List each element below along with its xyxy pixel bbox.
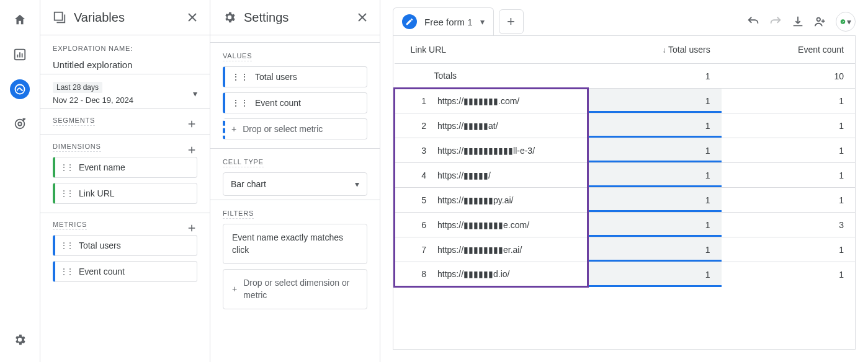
share-icon[interactable] [813, 15, 827, 29]
canvas-panel: Free form 1 ▾ + ▾ Link URL ↓ Total users… [380, 0, 868, 362]
variables-panel: Variables EXPLORATION NAME: Untitled exp… [40, 0, 210, 362]
metric-chip-event-count[interactable]: ⋮⋮Event count [53, 261, 197, 282]
metrics-section: METRICS ⋮⋮Total users ⋮⋮Event count [40, 213, 210, 291]
svg-point-4 [15, 85, 24, 94]
row-number: 5 [411, 195, 426, 205]
metrics-label: METRICS [53, 221, 87, 230]
row-number: 2 [411, 121, 426, 131]
row-number: 7 [411, 245, 426, 255]
chevron-down-icon: ▾ [355, 179, 359, 189]
table-row[interactable]: 1https://▮▮▮▮▮▮▮.com/11 [395, 89, 856, 113]
status-indicator[interactable]: ▾ [836, 12, 856, 32]
dimension-chip-event-name[interactable]: ⋮⋮Event name [53, 157, 197, 178]
filters-section: FILTERS Event name exactly matches click… [210, 200, 380, 313]
svg-rect-2 [19, 52, 20, 57]
table-header-row: Link URL ↓ Total users Event count [395, 36, 856, 64]
plus-icon: + [231, 124, 236, 134]
cell-total-users: 1 [588, 163, 721, 188]
exploration-name-value[interactable]: Untitled exploration [53, 60, 197, 70]
cell-type-section: CELL TYPE Bar chart ▾ [210, 149, 380, 200]
cell-link-url: 7https://▮▮▮▮▮▮▮▮er.ai/ [395, 237, 588, 262]
value-chip-total-users[interactable]: ⋮⋮Total users [223, 66, 367, 87]
cell-type-select[interactable]: Bar chart ▾ [223, 172, 367, 196]
drag-handle-icon: ⋮⋮ [231, 72, 249, 82]
drag-handle-icon: ⋮⋮ [60, 267, 73, 276]
cell-event-count: 3 [722, 213, 855, 237]
table-row[interactable]: 7https://▮▮▮▮▮▮▮▮er.ai/11 [395, 237, 856, 262]
segments-label: SEGMENTS [53, 117, 95, 126]
table-row[interactable]: 2https://▮▮▮▮▮at/11 [395, 113, 856, 138]
svg-rect-7 [55, 12, 63, 20]
drag-handle-icon: ⋮⋮ [60, 163, 73, 172]
add-metric-button[interactable] [186, 223, 197, 234]
pencil-icon [402, 14, 417, 29]
svg-rect-1 [17, 55, 18, 58]
row-number: 4 [411, 170, 426, 180]
column-event-count[interactable]: Event count [722, 36, 855, 64]
cell-total-users: 1 [588, 237, 721, 262]
check-circle-icon [840, 16, 846, 27]
exploration-name-label: EXPLORATION NAME: [53, 45, 133, 53]
cell-event-count: 1 [722, 89, 855, 113]
redo-icon[interactable] [769, 15, 782, 29]
row-number: 8 [411, 269, 426, 279]
filter-chip[interactable]: Event name exactly matches click [223, 224, 367, 264]
table-row[interactable]: 6https://▮▮▮▮▮▮▮▮e.com/13 [395, 213, 856, 237]
nav-home-icon[interactable] [10, 10, 30, 30]
close-variables-button[interactable] [185, 10, 200, 25]
download-icon[interactable] [791, 15, 805, 29]
date-range-preset: Last 28 days [53, 82, 102, 93]
row-number: 6 [411, 220, 426, 230]
table-row[interactable]: 8https://▮▮▮▮▮▮d.io/11 [395, 262, 856, 287]
cell-total-users: 1 [588, 89, 721, 113]
value-chip-event-count[interactable]: ⋮⋮Event count [223, 92, 367, 113]
column-total-users[interactable]: ↓ Total users [588, 36, 721, 64]
chevron-down-icon: ▾ [193, 89, 197, 99]
drop-dimension-metric-zone[interactable]: + Drop or select dimension or metric [223, 269, 367, 309]
dimensions-label: DIMENSIONS [53, 143, 101, 152]
nav-ads-icon[interactable] [10, 114, 30, 134]
table-row[interactable]: 5https://▮▮▮▮▮▮py.ai/11 [395, 188, 856, 213]
segments-section: SEGMENTS [40, 109, 210, 135]
chevron-down-icon: ▾ [847, 17, 851, 27]
drop-metric-zone[interactable]: +Drop or select metric [223, 118, 367, 139]
metric-chip-total-users[interactable]: ⋮⋮Total users [53, 235, 197, 256]
cell-link-url: 3https://▮▮▮▮▮▮▮▮▮▮ll-e-3/ [395, 138, 588, 163]
table-row[interactable]: 3https://▮▮▮▮▮▮▮▮▮▮ll-e-3/11 [395, 138, 856, 163]
drag-handle-icon: ⋮⋮ [231, 98, 249, 108]
date-range-section[interactable]: Last 28 days Nov 22 - Dec 19, 2024 ▾ [40, 74, 210, 109]
cell-total-users: 1 [588, 188, 721, 213]
settings-title: Settings [244, 11, 347, 25]
cell-event-count: 1 [722, 188, 855, 213]
undo-icon[interactable] [746, 15, 760, 29]
cell-link-url: 5https://▮▮▮▮▮▮py.ai/ [395, 188, 588, 213]
settings-header: Settings [210, 0, 380, 35]
results-table: Link URL ↓ Total users Event count Total… [393, 35, 856, 350]
cell-event-count: 1 [722, 113, 855, 138]
values-label: VALUES [223, 52, 252, 61]
nav-explore-icon[interactable] [10, 79, 30, 99]
nav-admin-icon[interactable] [10, 330, 30, 350]
drag-handle-icon: ⋮⋮ [60, 189, 73, 198]
nav-reports-icon[interactable] [10, 45, 30, 64]
cell-link-url: 4https://▮▮▮▮▮/ [395, 163, 588, 188]
tab-free-form[interactable]: Free form 1 ▾ [393, 7, 494, 35]
cell-event-count: 1 [722, 163, 855, 188]
add-dimension-button[interactable] [186, 144, 197, 156]
variables-title: Variables [74, 11, 177, 25]
gear-icon [223, 11, 236, 24]
totals-events: 10 [722, 64, 855, 89]
chevron-down-icon[interactable]: ▾ [480, 17, 485, 27]
add-segment-button[interactable] [186, 118, 197, 130]
close-icon [185, 10, 200, 25]
dimension-chip-link-url[interactable]: ⋮⋮Link URL [53, 183, 197, 204]
close-icon [355, 10, 370, 25]
dimensions-section: DIMENSIONS ⋮⋮Event name ⋮⋮Link URL [40, 135, 210, 213]
column-link-url[interactable]: Link URL [395, 36, 588, 64]
cell-total-users: 1 [588, 113, 721, 138]
close-settings-button[interactable] [355, 10, 370, 25]
table-row[interactable]: 4https://▮▮▮▮▮/11 [395, 163, 856, 188]
row-number: 1 [411, 96, 426, 106]
cell-type-label: CELL TYPE [223, 158, 264, 167]
add-tab-button[interactable]: + [499, 9, 524, 34]
